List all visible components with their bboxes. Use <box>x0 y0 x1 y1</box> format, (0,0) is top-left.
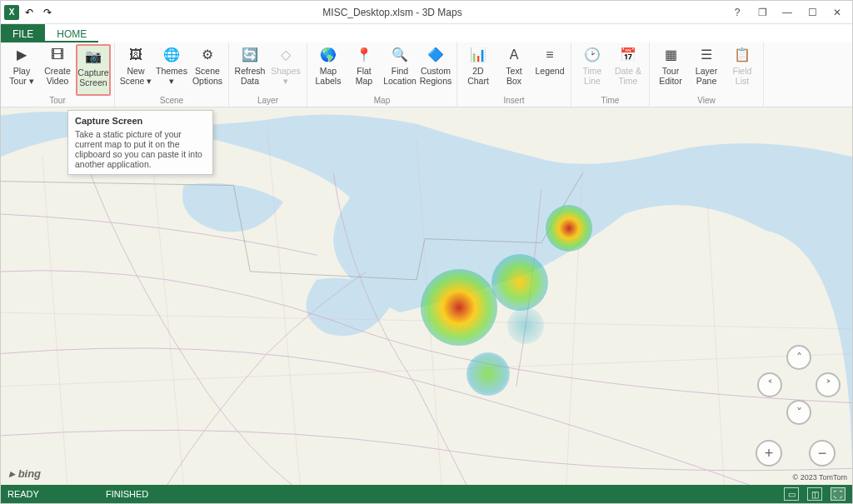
undo-button[interactable]: ↶ <box>21 4 37 21</box>
restore-button[interactable]: ❐ <box>754 4 771 21</box>
map-labels-button-label: Map Labels <box>312 66 345 86</box>
layerpane-icon: ☰ <box>696 46 716 64</box>
create-video-button-label: Create Video <box>41 66 74 86</box>
status-finished: FINISHED <box>106 489 148 499</box>
map-zoom-controls: + − <box>756 440 836 467</box>
camera-icon: 📷 <box>83 47 103 66</box>
layer-pane-button[interactable]: ☰Layer Pane <box>689 44 724 96</box>
2d-chart-button-label: 2D Chart <box>461 66 495 86</box>
tour-editor-button-label: Tour Editor <box>654 66 687 86</box>
capture-screen-tooltip: Capture Screen Take a static picture of … <box>67 110 213 175</box>
legend-icon: ≡ <box>540 46 560 64</box>
ribbon-group-layer: 🔄Refresh Data◇Shapes ▾Layer <box>229 42 307 107</box>
date-time-button-label: Date & Time <box>611 66 645 86</box>
shapes-button: ◇Shapes ▾ <box>268 44 303 96</box>
close-button[interactable]: ✕ <box>829 4 846 21</box>
gear-icon: ⚙ <box>197 46 217 64</box>
view-mode-1-button[interactable]: ▭ <box>784 487 799 501</box>
group-label-scene: Scene <box>160 96 183 106</box>
film-icon: 🎞 <box>47 46 67 64</box>
group-label-map: Map <box>374 96 390 106</box>
tilt-up-button[interactable]: ˄ <box>786 345 811 370</box>
2d-chart-button[interactable]: 📊2D Chart <box>461 44 496 96</box>
tour-editor-button[interactable]: ▦Tour Editor <box>653 44 688 96</box>
layer-pane-button-label: Layer Pane <box>690 66 723 86</box>
tooltip-title: Capture Screen <box>75 116 206 126</box>
ribbon-group-insert: 📊2D ChartAText Box≡LegendInsert <box>457 42 571 107</box>
maximize-button[interactable]: ☐ <box>804 4 821 21</box>
themes-button-label: Themes ▾ <box>155 66 188 86</box>
map-labels-button[interactable]: 🌎Map Labels <box>311 44 346 96</box>
time-line-button: 🕑Time Line <box>575 44 610 96</box>
tab-home[interactable]: HOME <box>45 24 98 42</box>
shapes-button-label: Shapes ▾ <box>269 66 302 86</box>
refresh-data-button[interactable]: 🔄Refresh Data <box>232 44 267 96</box>
themes-button[interactable]: 🌐Themes ▾ <box>154 44 189 96</box>
fieldlist-icon: 📋 <box>732 46 752 64</box>
group-label-layer: Layer <box>257 96 278 106</box>
refresh-data-button-label: Refresh Data <box>233 66 267 86</box>
title-bar: X ↶ ↷ MISC_Desktop.xlsm - 3D Maps ? ❐ — … <box>1 1 852 24</box>
group-label-time: Time <box>601 96 620 106</box>
group-label-insert: Insert <box>503 96 524 106</box>
find-location-button-label: Find Location <box>383 66 417 86</box>
find-icon: 🔍 <box>390 46 410 64</box>
ribbon-group-scene: 🖼New Scene ▾🌐Themes ▾⚙Scene OptionsScene <box>115 42 229 107</box>
rotate-left-button[interactable]: ˂ <box>757 372 782 397</box>
custom-regions-button[interactable]: 🔷Custom Regions <box>418 44 453 96</box>
legend-button-label: Legend <box>535 66 564 76</box>
app-icon: X <box>4 5 19 20</box>
view-mode-2-button[interactable]: ◫ <box>807 487 822 501</box>
status-ready: READY <box>7 489 39 499</box>
play-icon: ▶ <box>12 46 32 64</box>
flat-map-button-label: Flat Map <box>347 66 381 86</box>
flat-map-button[interactable]: 📍Flat Map <box>347 44 382 96</box>
field-list-button-label: Field List <box>726 66 759 86</box>
chart-icon: 📊 <box>468 46 488 64</box>
tab-file[interactable]: FILE <box>1 24 45 42</box>
scene-icon: 🖼 <box>126 46 146 64</box>
time-line-button-label: Time Line <box>576 66 609 86</box>
new-scene-button[interactable]: 🖼New Scene ▾ <box>118 44 153 96</box>
tooltip-body: Take a static picture of your current ma… <box>75 129 206 169</box>
tilt-down-button[interactable]: ˅ <box>786 400 811 425</box>
map-copyright: © 2023 TomTom <box>793 473 848 482</box>
create-video-button[interactable]: 🎞Create Video <box>40 44 75 96</box>
scene-options-button-label: Scene Options <box>191 66 224 86</box>
new-scene-button-label: New Scene ▾ <box>119 66 152 86</box>
rotate-right-button[interactable]: ˃ <box>816 372 841 397</box>
minimize-button[interactable]: — <box>779 4 796 21</box>
custom-regions-button-label: Custom Regions <box>419 66 452 86</box>
field-list-button: 📋Field List <box>725 44 760 96</box>
flat-icon: 📍 <box>354 46 374 64</box>
ribbon-group-time: 🕑Time Line📅Date & TimeTime <box>571 42 650 107</box>
map-tilt-pan-controls: ˄ ˅ ˂ ˃ <box>757 345 841 425</box>
ribbon-group-tour: ▶Play Tour ▾🎞Create Video📷Capture Screen… <box>1 42 115 107</box>
datetime-icon: 📅 <box>618 46 638 64</box>
regions-icon: 🔷 <box>426 46 446 64</box>
refresh-icon: 🔄 <box>240 46 260 64</box>
window-title: MISC_Desktop.xlsm - 3D Maps <box>56 7 729 18</box>
view-mode-3-button[interactable]: ⛶ <box>831 487 846 501</box>
play-tour-button[interactable]: ▶Play Tour ▾ <box>4 44 39 96</box>
scene-options-button[interactable]: ⚙Scene Options <box>190 44 225 96</box>
map-canvas[interactable]: Capture Screen Take a static picture of … <box>1 107 852 485</box>
capture-screen-button[interactable]: 📷Capture Screen <box>76 44 111 96</box>
redo-button[interactable]: ↷ <box>39 4 56 21</box>
capture-screen-button-label: Capture Screen <box>77 67 108 87</box>
editor-icon: ▦ <box>661 46 681 64</box>
shapes-icon: ◇ <box>276 46 296 64</box>
bing-logo: ▸ bing <box>9 467 41 480</box>
play-tour-button-label: Play Tour ▾ <box>5 66 38 86</box>
group-label-tour: Tour <box>49 96 65 106</box>
ribbon: ▶Play Tour ▾🎞Create Video📷Capture Screen… <box>1 42 852 107</box>
legend-button[interactable]: ≡Legend <box>532 44 567 96</box>
find-location-button[interactable]: 🔍Find Location <box>382 44 417 96</box>
zoom-out-button[interactable]: − <box>809 440 836 467</box>
globe-icon: 🌐 <box>162 46 182 64</box>
ribbon-group-view: ▦Tour Editor☰Layer Pane📋Field ListView <box>650 42 764 107</box>
zoom-in-button[interactable]: + <box>756 440 782 467</box>
help-button[interactable]: ? <box>729 4 746 21</box>
label-icon: 🌎 <box>318 46 338 64</box>
text-box-button[interactable]: AText Box <box>496 44 531 96</box>
